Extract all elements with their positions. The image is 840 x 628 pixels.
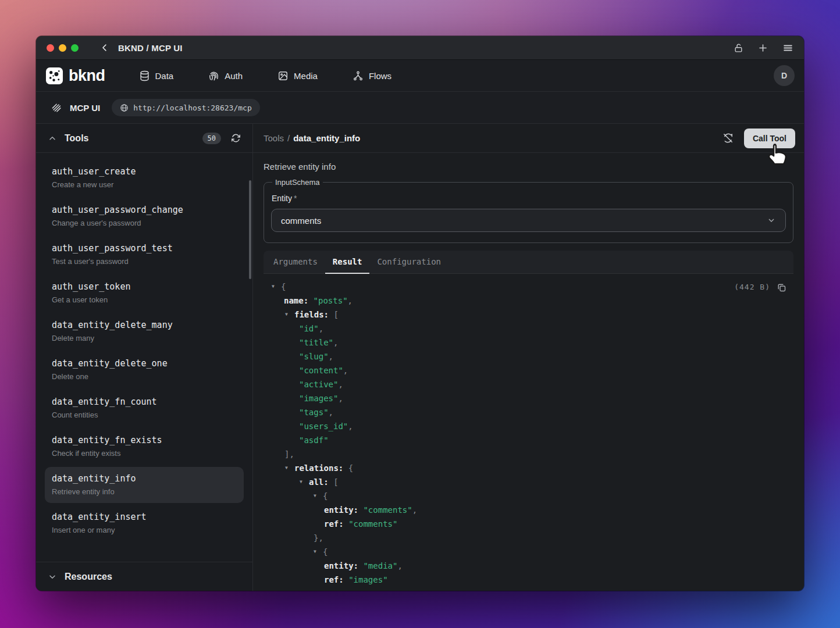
- entity-select-value: comments: [281, 216, 321, 226]
- app-window: BKND / MCP UI bknd DataAuthMediaFlows D: [36, 36, 804, 591]
- collapse-toggle-icon[interactable]: ▼: [285, 308, 294, 322]
- tools-section-header[interactable]: Tools 50: [36, 124, 252, 153]
- tool-description: Delete many: [52, 334, 237, 342]
- tool-list-item-auth_user_password_test[interactable]: auth_user_password_testTest a user's pas…: [45, 237, 244, 273]
- tool-list-item-auth_user_password_change[interactable]: auth_user_password_changeChange a user's…: [45, 198, 244, 234]
- avatar[interactable]: D: [774, 65, 795, 86]
- required-marker: *: [294, 194, 297, 203]
- json-line: "tags",: [299, 405, 786, 419]
- image-icon: [277, 70, 289, 81]
- new-tab-icon[interactable]: [757, 42, 768, 53]
- json-line: name: "posts",: [284, 294, 786, 308]
- tool-list-item-data_entity_fn_exists[interactable]: data_entity_fn_existsCheck if entity exi…: [45, 429, 244, 465]
- chevron-down-icon: [767, 216, 776, 225]
- breadcrumb: Tools / data_entity_info: [264, 133, 360, 143]
- tool-list-item-data_entity_delete_many[interactable]: data_entity_delete_manyDelete many: [45, 313, 244, 349]
- tool-name: auth_user_token: [52, 281, 237, 292]
- json-line: ref: "comments": [324, 517, 786, 531]
- tool-detail-header: Tools / data_entity_info Call Tool: [253, 124, 804, 153]
- minimize-button[interactable]: [59, 44, 66, 52]
- json-line: ▼relations: {: [285, 461, 786, 475]
- tool-description: Retrieve entity info: [52, 487, 237, 496]
- json-line: "asdf": [299, 433, 786, 447]
- input-schema-fieldset: InputSchema Entity* comments: [264, 178, 793, 243]
- desktop-background: { "colors": { "traffic_close": "#ff5f57"…: [0, 0, 840, 628]
- collapse-toggle-icon[interactable]: ▼: [300, 475, 309, 489]
- page-title: MCP UI: [70, 103, 100, 113]
- nav-item-data[interactable]: Data: [139, 70, 174, 81]
- nav-item-flows[interactable]: Flows: [353, 70, 391, 81]
- bknd-logo-icon: [45, 67, 63, 85]
- bknd-logo[interactable]: bknd: [45, 67, 105, 85]
- result-tabs: ArgumentsResultConfiguration: [264, 251, 793, 274]
- collapse-toggle-icon[interactable]: ▼: [314, 545, 323, 559]
- tool-name: data_entity_info: [52, 473, 237, 484]
- chevron-up-icon[interactable]: [48, 134, 57, 143]
- tab-arguments[interactable]: Arguments: [266, 251, 325, 274]
- close-button[interactable]: [47, 44, 54, 52]
- entity-select[interactable]: comments: [271, 209, 786, 232]
- tool-detail-panel: Tools / data_entity_info Call Tool Retri…: [253, 124, 804, 591]
- globe-icon: [120, 104, 129, 112]
- resources-header-label: Resources: [65, 572, 112, 582]
- json-line: "slug",: [299, 349, 786, 363]
- tool-name: data_entity_insert: [52, 512, 237, 522]
- back-icon[interactable]: [99, 42, 110, 53]
- window-title: BKND / MCP UI: [118, 43, 183, 53]
- tool-list-item-data_entity_delete_one[interactable]: data_entity_delete_oneDelete one: [45, 352, 244, 388]
- flow-icon: [353, 70, 364, 81]
- sidebar-scrollbar[interactable]: [249, 180, 251, 279]
- chevron-down-icon[interactable]: [48, 572, 57, 581]
- zoom-button[interactable]: [71, 44, 79, 52]
- tools-header-label: Tools: [65, 133, 88, 144]
- unlock-icon[interactable]: [734, 43, 743, 53]
- tool-description: Count entities: [52, 411, 237, 419]
- tool-description: Test a user's password: [52, 257, 237, 266]
- tool-list-item-auth_user_create[interactable]: auth_user_createCreate a new user: [45, 160, 244, 196]
- json-line: ▼{: [314, 545, 786, 559]
- tool-list-item-data_entity_fn_count[interactable]: data_entity_fn_countCount entities: [45, 390, 244, 426]
- tool-description: Delete one: [52, 372, 237, 381]
- collapse-toggle-icon[interactable]: ▼: [314, 489, 323, 503]
- tool-list-item-data_entity_info[interactable]: data_entity_infoRetrieve entity info: [45, 467, 244, 503]
- tab-configuration[interactable]: Configuration: [369, 251, 449, 274]
- nav-items: DataAuthMediaFlows: [139, 70, 392, 81]
- nav-item-label: Media: [294, 71, 318, 81]
- mcp-subheader: MCP UI http://localhost:28623/mcp: [36, 92, 804, 124]
- collapse-toggle-icon[interactable]: ▼: [285, 461, 294, 475]
- json-line: ],: [284, 447, 786, 461]
- auto-call-off-icon[interactable]: [722, 133, 734, 144]
- json-result-viewer: (442 B) ▼{name: "posts",▼fields: ["id","…: [253, 274, 804, 591]
- collapse-toggle-icon[interactable]: ▼: [272, 280, 281, 294]
- menu-icon[interactable]: [782, 42, 793, 53]
- breadcrumb-current: data_entity_info: [293, 133, 360, 143]
- json-line: "active",: [299, 377, 786, 391]
- copy-icon[interactable]: [777, 283, 786, 292]
- tool-list-item-auth_user_token[interactable]: auth_user_tokenGet a user token: [45, 275, 244, 311]
- tool-description: Check if entity exists: [52, 449, 237, 458]
- json-line: "title",: [299, 336, 786, 349]
- json-line: ref: "images": [324, 573, 786, 587]
- entity-field-label: Entity*: [272, 194, 786, 203]
- resources-section-header[interactable]: Resources: [36, 562, 252, 591]
- nav-item-media[interactable]: Media: [277, 70, 318, 81]
- tool-name: auth_user_create: [52, 166, 237, 177]
- mcp-url-pill[interactable]: http://localhost:28623/mcp: [112, 99, 260, 116]
- window-titlebar: BKND / MCP UI: [36, 36, 804, 60]
- tool-name: auth_user_password_change: [52, 205, 237, 215]
- breadcrumb-separator: /: [287, 133, 290, 143]
- tool-name: data_entity_fn_exists: [52, 435, 237, 445]
- result-size-label: (442 B): [734, 280, 770, 294]
- json-line: "images",: [299, 391, 786, 405]
- tab-result[interactable]: Result: [325, 251, 370, 274]
- tool-list-item-data_entity_insert[interactable]: data_entity_insertInsert one or many: [45, 505, 244, 541]
- breadcrumb-section[interactable]: Tools: [264, 133, 284, 143]
- tools-count-badge: 50: [202, 133, 221, 144]
- json-tree: ▼{name: "posts",▼fields: ["id","title","…: [272, 280, 786, 587]
- tool-description: Insert one or many: [52, 526, 237, 534]
- nav-item-label: Flows: [369, 71, 391, 81]
- tool-name: auth_user_password_test: [52, 243, 237, 254]
- refresh-icon[interactable]: [231, 133, 241, 143]
- nav-item-auth[interactable]: Auth: [208, 70, 243, 81]
- tool-description: Get a user token: [52, 295, 237, 304]
